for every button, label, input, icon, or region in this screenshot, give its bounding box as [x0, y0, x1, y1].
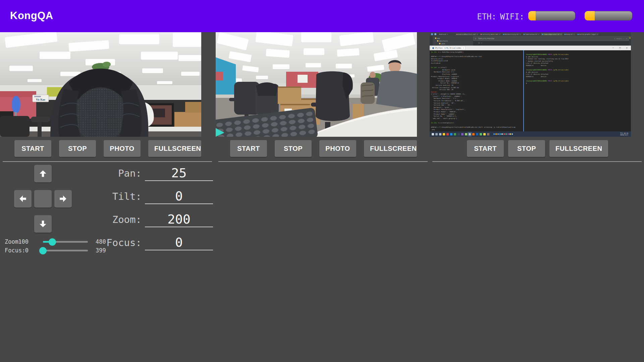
camera-3-stop-button[interactable]: STOP — [508, 140, 545, 157]
task-view-icon — [439, 133, 441, 135]
camera-1-start-button[interactable]: START — [14, 140, 51, 157]
studio-left-strip — [430, 36, 433, 46]
camera-1-toolbar: START STOP PHOTO FULLSCREEN — [0, 140, 201, 157]
tilt-field-input[interactable]: 0 — [145, 189, 213, 204]
studio-scrollbar — [629, 36, 631, 46]
studio-editor-line: 10 } — [473, 41, 629, 46]
console-line: .png — [431, 129, 523, 131]
studio-tab: AndroidManifest.xml × — [455, 33, 479, 36]
file-type-icon — [524, 34, 525, 35]
tray-icon — [507, 133, 509, 135]
console-line: zhuang11@66220934sNB001 MSYS /g/My Drive… — [526, 54, 631, 56]
arrow-left-icon — [19, 195, 27, 203]
file-type-icon — [578, 34, 579, 35]
file-explorer-icon — [443, 133, 445, 135]
console-line — [431, 120, 523, 122]
console-line: In [5]: k.screenCapture() — [431, 122, 523, 124]
console-line: Out[4]: — [431, 91, 523, 94]
camera-2-fullscreen-button[interactable]: FULLSCREEN — [364, 140, 417, 157]
eth-level-bar — [528, 11, 575, 20]
camera-panel-2: START STOP PHOTO FULLSCREEN — [216, 32, 417, 162]
console-line — [526, 78, 631, 80]
ptz-center-button[interactable] — [34, 190, 52, 207]
pan-field-input[interactable]: 25 — [145, 166, 213, 181]
focus-slider-value: 0 — [13, 247, 29, 254]
zoom-slider-value: 100 — [13, 238, 29, 245]
camera-feed-2 — [216, 32, 417, 137]
console-line: zhuang11@66220934sNB001 MSYS /g/My Drive… — [526, 69, 631, 71]
android-studio-window: Android ▾ AndroidManifest.xml ×activity_… — [430, 32, 631, 46]
pan-left-button[interactable] — [14, 190, 32, 207]
run-config-label: Android ▾ — [439, 33, 448, 35]
ipython-window-tab: IPython: G:My Drive/codes × — [431, 46, 466, 50]
wifi-level-bar — [585, 11, 632, 20]
camera-1-photo-button[interactable]: PHOTO — [104, 140, 141, 157]
console-line: $ adb devices — [526, 71, 631, 74]
studio-tab: Kong.kt × — [564, 33, 576, 36]
tilt-field-label: Tilt: — [86, 191, 142, 202]
hub-icon — [461, 133, 464, 135]
tilt-field-row: Tilt: 0 — [86, 189, 213, 204]
folder-icon — [439, 43, 440, 44]
console-line: 'Product Name': 'sdm845', — [431, 113, 523, 116]
tray-icon — [512, 133, 513, 135]
console-line: 'result': {'Platform': 'sdm845', — [431, 96, 523, 98]
console-line: * daemon not running; starting now at tc… — [526, 58, 631, 60]
camera-2-stop-button[interactable]: STOP — [275, 140, 312, 157]
ipython-window-title: IPython: G:My Drive/codes — [435, 47, 461, 49]
console-line: 'Serial No.': '93858fc4'}, — [431, 115, 523, 118]
camera-3-start-button[interactable]: START — [467, 140, 504, 157]
folder-icon — [435, 38, 436, 39]
ipython-window-titlebar: IPython: G:My Drive/codes × − □ × — [430, 46, 631, 50]
focus-field-input[interactable]: 0 — [145, 235, 213, 250]
console-line: zhuang11@66220934sNB001 MSYS /g/My Drive… — [526, 80, 631, 82]
camera-2-photo-button[interactable]: PHOTO — [319, 140, 356, 157]
tilt-down-button[interactable] — [34, 215, 52, 233]
studio-search-bar: Q· TEMPLATE/PREVIEW 1 result ↑ ↓ ✎ — [473, 37, 629, 41]
studio-tab: MainActivity.kt × — [502, 33, 522, 36]
studio-search-result: 1 result ↑ ↓ ✎ — [614, 38, 627, 40]
windows-taskbar: 下午 04:13 2020/12/2 — [430, 131, 631, 137]
console-line: Version SDK: 29 — [431, 89, 523, 91]
console-line: List of devices attached — [526, 62, 631, 65]
studio-search-text: Q· TEMPLATE/PREVIEW — [475, 38, 494, 40]
focus-slider-track[interactable] — [43, 250, 88, 251]
console-line: 'Version Incremental': '0.902.64', — [431, 100, 523, 102]
console-line: 93858fc4 device — [526, 65, 631, 67]
kong-tool-icon — [480, 133, 482, 135]
zoom-field-input[interactable]: 200 — [145, 212, 213, 227]
lightning-icon — [472, 133, 475, 135]
file-type-icon — [542, 34, 543, 35]
console-line — [431, 54, 523, 56]
pan-right-button[interactable] — [54, 190, 72, 207]
tray-icon — [493, 133, 495, 135]
console-line — [431, 65, 523, 67]
file-type-icon — [503, 34, 504, 35]
zoom-slider-thumb[interactable] — [49, 238, 56, 246]
camera-1-fullscreen-button[interactable]: FULLSCREEN — [148, 140, 201, 157]
pan-field-label: Pan: — [86, 168, 142, 179]
console-line: ExitCode=0 — [431, 62, 523, 65]
camera-panel-1: Vic Kao — [0, 32, 201, 162]
focus-slider-thumb[interactable] — [39, 247, 47, 254]
console-line: $ — [526, 82, 631, 85]
console-line: 93858fc4 device — [526, 76, 631, 78]
file-type-icon — [457, 34, 458, 35]
taskbar-tray-icons — [493, 133, 513, 135]
console-line: 'Product Manufacturer': 'Logitech', — [431, 109, 523, 111]
camera-1-stop-button[interactable]: STOP — [59, 140, 96, 157]
camera-feed-3: Android ▾ AndroidManifest.xml ×activity_… — [430, 32, 631, 137]
camera-panel-3: Android ▾ AndroidManifest.xml ×activity_… — [430, 32, 631, 162]
lambda-icon — [465, 133, 467, 135]
studio-tab: build.gradle (app) × — [577, 33, 599, 36]
ptz-control-section: Zoom: 100 480 Focus: 0 399 Pan: 25 Tilt:… — [0, 162, 216, 262]
camera-2-start-button[interactable]: START — [230, 140, 267, 157]
wifi-level-bar-fill — [585, 11, 595, 20]
console-line: Product Manufacturer: Logitech — [431, 76, 523, 78]
browser-icon — [454, 133, 456, 135]
console-line: 'Product Model': 'VR0019', — [431, 111, 523, 113]
search-icon — [435, 133, 438, 135]
eth-label: ETH: — [477, 12, 496, 21]
camera-3-fullscreen-button[interactable]: FULLSCREEN — [549, 140, 608, 157]
tilt-up-button[interactable] — [34, 165, 52, 182]
